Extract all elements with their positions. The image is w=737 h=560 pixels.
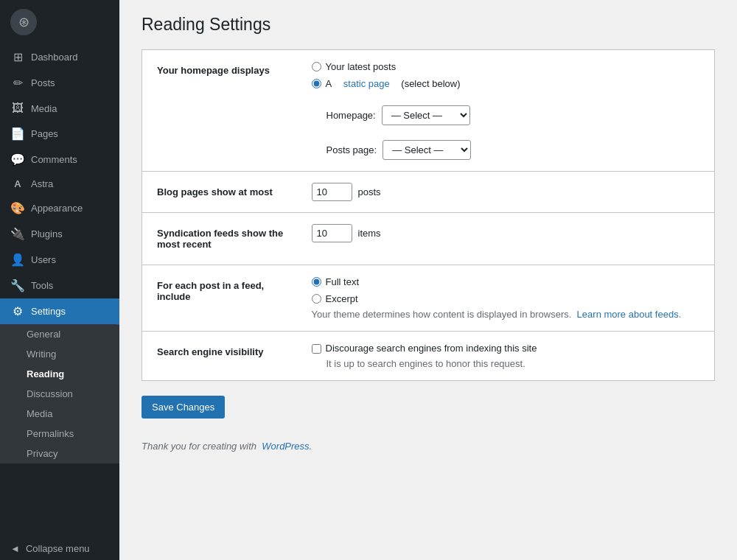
syndication-feeds-number-row: items — [312, 224, 700, 242]
radio-full-text[interactable] — [312, 277, 321, 287]
sidebar-item-plugins[interactable]: 🔌 Plugins — [0, 221, 119, 247]
dashboard-icon: ⊞ — [10, 50, 25, 64]
main-content: Reading Settings Your homepage displays … — [119, 0, 737, 560]
settings-table: Your homepage displays Your latest posts… — [142, 49, 715, 381]
save-changes-button[interactable]: Save Changes — [142, 396, 225, 419]
search-engine-hint: It is up to search engines to honor this… — [326, 358, 700, 369]
astra-icon: A — [10, 178, 25, 189]
sidebar-item-media[interactable]: 🖼 Media — [0, 96, 119, 121]
radio-static-page[interactable] — [312, 79, 321, 88]
homepage-radio-group: Your latest posts A static page (select … — [312, 61, 700, 89]
footer-text: Thank you for creating with — [142, 441, 256, 452]
checkbox-prefix: Discourage search engines — [326, 343, 442, 354]
learn-more-feeds-link[interactable]: Learn more about feeds — [577, 309, 679, 320]
submenu-privacy[interactable]: Privacy — [0, 444, 119, 463]
syndication-feeds-suffix: items — [358, 228, 381, 239]
page-title: Reading Settings — [142, 15, 715, 35]
posts-page-select-row: Posts page: — Select — — [326, 140, 700, 160]
homepage-select[interactable]: — Select — — [382, 105, 470, 125]
submenu-reading[interactable]: Reading — [0, 364, 119, 384]
option-latest-posts[interactable]: Your latest posts — [312, 61, 700, 72]
submenu-general[interactable]: General — [0, 324, 119, 344]
blog-pages-number-row: posts — [312, 183, 700, 201]
sidebar: ⊛ ⊞ Dashboard ✏ Posts 🖼 Media 📄 Pages 💬 … — [0, 0, 119, 560]
homepage-select-row: Homepage: — Select — — [326, 105, 700, 125]
feed-hint: Your theme determines how content is dis… — [312, 309, 700, 320]
sidebar-item-label: Appearance — [31, 203, 83, 214]
sidebar-item-label: Dashboard — [31, 52, 78, 63]
option-static-page[interactable]: A static page (select below) — [312, 78, 700, 89]
static-page-link[interactable]: static page — [343, 78, 390, 89]
homepage-displays-label: Your homepage displays — [142, 50, 304, 172]
sidebar-item-label: Comments — [31, 154, 77, 165]
feed-include-label: For each post in a feed, include — [142, 265, 304, 332]
homepage-displays-value: Your latest posts A static page (select … — [304, 50, 715, 172]
comments-icon: 💬 — [10, 153, 25, 167]
sidebar-item-comments[interactable]: 💬 Comments — [0, 147, 119, 172]
sidebar-item-label: Plugins — [31, 228, 63, 239]
submenu-writing[interactable]: Writing — [0, 344, 119, 364]
collapse-icon: ◄ — [10, 543, 20, 554]
sidebar-item-label: Tools — [31, 280, 53, 291]
sidebar-item-astra[interactable]: A Astra — [0, 172, 119, 195]
tools-icon: 🔧 — [10, 279, 25, 293]
syndication-feeds-label: Syndication feeds show the most recent — [142, 213, 304, 265]
blog-pages-input[interactable] — [312, 183, 352, 201]
search-engine-row: Search engine visibility Discourage sear… — [142, 332, 715, 381]
plugins-icon: 🔌 — [10, 227, 25, 241]
radio-excerpt[interactable] — [312, 294, 321, 304]
syndication-feeds-input[interactable] — [312, 224, 352, 242]
option-excerpt[interactable]: Excerpt — [312, 293, 700, 304]
settings-submenu: General Writing Reading Discussion Media… — [0, 324, 119, 463]
sidebar-item-pages[interactable]: 📄 Pages — [0, 121, 119, 147]
syndication-feeds-value: items — [304, 213, 715, 265]
submenu-media[interactable]: Media — [0, 404, 119, 424]
sidebar-item-users[interactable]: 👤 Users — [0, 247, 119, 273]
blog-pages-value: posts — [304, 172, 715, 213]
sidebar-item-label: Posts — [31, 77, 55, 88]
collapse-label: Collapse menu — [26, 543, 90, 554]
sidebar-item-dashboard[interactable]: ⊞ Dashboard — [0, 44, 119, 70]
appearance-icon: 🎨 — [10, 201, 25, 215]
sidebar-item-tools[interactable]: 🔧 Tools — [0, 273, 119, 298]
sidebar-item-label: Media — [31, 103, 57, 114]
blog-pages-row: Blog pages show at most posts — [142, 172, 715, 213]
page-footer: Thank you for creating with WordPress. — [142, 441, 715, 452]
sidebar-item-label: Settings — [31, 306, 66, 317]
search-engine-checkbox-label[interactable]: Discourage search engines from indexing … — [312, 343, 700, 354]
option-static-suffix: (select below) — [401, 78, 460, 89]
feed-include-value: Full text Excerpt Your theme determines … — [304, 265, 715, 332]
search-engine-value: Discourage search engines from indexing … — [304, 332, 715, 381]
footer-suffix: . — [310, 441, 312, 452]
wp-logo-icon: ⊛ — [10, 9, 37, 35]
sidebar-item-settings[interactable]: ⚙ Settings — [0, 298, 119, 324]
posts-page-select[interactable]: — Select — — [383, 140, 471, 160]
settings-icon: ⚙ — [10, 304, 25, 318]
blog-pages-label: Blog pages show at most — [142, 172, 304, 213]
feed-hint-text: Your theme determines how content is dis… — [312, 309, 572, 320]
checkbox-suffix: from indexing this site — [444, 343, 537, 354]
sidebar-item-appearance[interactable]: 🎨 Appearance — [0, 195, 119, 221]
option-excerpt-label: Excerpt — [326, 293, 358, 304]
posts-page-select-label: Posts page: — [326, 144, 377, 155]
search-engine-checkbox[interactable] — [312, 344, 321, 354]
option-static-prefix: A — [326, 78, 332, 89]
sidebar-item-label: Users — [31, 254, 56, 265]
feed-hint-suffix: . — [679, 309, 682, 320]
sidebar-item-posts[interactable]: ✏ Posts — [0, 70, 119, 96]
feed-include-row: For each post in a feed, include Full te… — [142, 265, 715, 332]
homepage-select-label: Homepage: — [326, 110, 376, 121]
collapse-menu-button[interactable]: ◄ Collapse menu — [0, 537, 119, 560]
pages-icon: 📄 — [10, 127, 25, 141]
syndication-feeds-row: Syndication feeds show the most recent i… — [142, 213, 715, 265]
option-full-text[interactable]: Full text — [312, 276, 700, 287]
radio-latest-posts[interactable] — [312, 62, 321, 71]
submenu-discussion[interactable]: Discussion — [0, 384, 119, 404]
submenu-permalinks[interactable]: Permalinks — [0, 424, 119, 444]
media-icon: 🖼 — [10, 102, 25, 115]
sidebar-item-label: Astra — [31, 178, 53, 189]
wordpress-link[interactable]: WordPress — [262, 441, 309, 452]
users-icon: 👤 — [10, 253, 25, 267]
blog-pages-suffix: posts — [358, 186, 381, 197]
search-engine-checkbox-text: Discourage search engines from indexing … — [326, 343, 537, 354]
